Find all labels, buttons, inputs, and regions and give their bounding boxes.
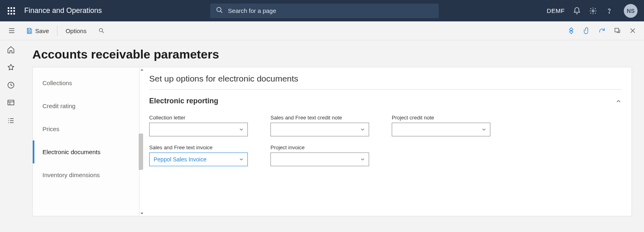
dropdown-sales-invoice[interactable]: Peppol Sales Invoice: [149, 153, 248, 166]
recent-icon[interactable]: [6, 81, 15, 90]
tab-electronic-documents[interactable]: Electronic documents: [33, 140, 139, 163]
app-title: Finance and Operations: [24, 6, 102, 15]
field-sales-credit-note: Sales and Free text credit note: [270, 114, 369, 136]
navbar: Finance and Operations DEMF NS: [0, 0, 644, 21]
svg-line-1: [220, 11, 222, 13]
attachment-icon[interactable]: [583, 27, 591, 35]
popout-icon[interactable]: [613, 27, 621, 35]
chevron-up-icon[interactable]: [615, 98, 622, 105]
svg-rect-10: [615, 28, 619, 32]
section-title: Electronic reporting: [149, 97, 218, 105]
bell-icon[interactable]: [573, 7, 581, 15]
divider: [57, 25, 57, 36]
search-input[interactable]: [228, 7, 433, 14]
vertical-tabs: Collections Credit rating Prices Electro…: [32, 67, 139, 216]
chevron-down-icon: [239, 127, 244, 132]
chevron-down-icon: [360, 127, 365, 132]
tab-credit-rating[interactable]: Credit rating: [33, 94, 139, 117]
tab-inventory-dimensions[interactable]: Inventory dimensions: [33, 163, 139, 186]
home-icon[interactable]: [6, 45, 15, 54]
chevron-down-icon: [481, 127, 487, 132]
options-button[interactable]: Options: [61, 26, 91, 36]
detail-panel: Set up options for electronic documents …: [139, 67, 632, 216]
field-sales-invoice: Sales and Free text invoice Peppol Sales…: [149, 144, 248, 166]
scroll-down-icon[interactable]: [139, 211, 145, 216]
panel-heading: Set up options for electronic documents: [149, 74, 622, 90]
svg-point-0: [217, 7, 221, 12]
label-sales-invoice: Sales and Free text invoice: [149, 144, 213, 150]
svg-rect-14: [8, 100, 14, 105]
close-icon[interactable]: [629, 27, 637, 35]
svg-point-3: [609, 13, 610, 13]
save-button[interactable]: Save: [22, 26, 53, 36]
help-icon[interactable]: [605, 7, 613, 15]
gear-icon[interactable]: [589, 7, 597, 15]
global-search[interactable]: [210, 4, 439, 18]
avatar[interactable]: NS: [624, 4, 638, 18]
label-project-invoice: Project invoice: [270, 144, 305, 150]
left-rail: [0, 40, 22, 232]
label-project-credit-note: Project credit note: [392, 115, 434, 121]
refresh-icon[interactable]: [598, 27, 606, 35]
workspace-icon[interactable]: [6, 98, 15, 107]
company-code[interactable]: DEMF: [547, 7, 565, 14]
app-launcher-icon[interactable]: [3, 3, 19, 19]
section-electronic-reporting[interactable]: Electronic reporting: [149, 93, 622, 111]
dropdown-sales-credit-note[interactable]: [270, 123, 369, 136]
svg-rect-7: [28, 31, 31, 33]
chevron-down-icon: [360, 157, 365, 162]
svg-point-8: [99, 29, 103, 32]
command-search-icon[interactable]: [95, 24, 108, 38]
scroll-up-icon[interactable]: [139, 67, 145, 73]
tab-scrollbar-thumb[interactable]: [139, 134, 143, 170]
chevron-down-icon: [239, 157, 244, 162]
dropdown-project-invoice[interactable]: [270, 153, 369, 166]
field-project-invoice: Project invoice: [270, 144, 369, 166]
svg-point-2: [592, 10, 594, 12]
label-sales-credit-note: Sales and Free text credit note: [270, 115, 342, 121]
svg-line-9: [102, 31, 103, 33]
nav-toggle-icon[interactable]: [5, 24, 19, 38]
dropdown-project-credit-note[interactable]: [392, 123, 490, 136]
page-title: Accounts receivable parameters: [32, 48, 644, 61]
label-collection-letter: Collection letter: [149, 115, 186, 121]
modules-icon[interactable]: [6, 116, 15, 125]
field-collection-letter: Collection letter: [149, 114, 248, 136]
favorites-icon[interactable]: [6, 63, 15, 72]
dropdown-collection-letter[interactable]: [149, 123, 248, 136]
command-bar: Save Options: [0, 21, 644, 40]
search-icon: [216, 6, 228, 15]
field-project-credit-note: Project credit note: [392, 114, 490, 136]
diamond-icon[interactable]: [567, 27, 575, 35]
tab-prices[interactable]: Prices: [33, 117, 139, 140]
tab-collections[interactable]: Collections: [33, 71, 139, 94]
save-label: Save: [35, 27, 49, 34]
